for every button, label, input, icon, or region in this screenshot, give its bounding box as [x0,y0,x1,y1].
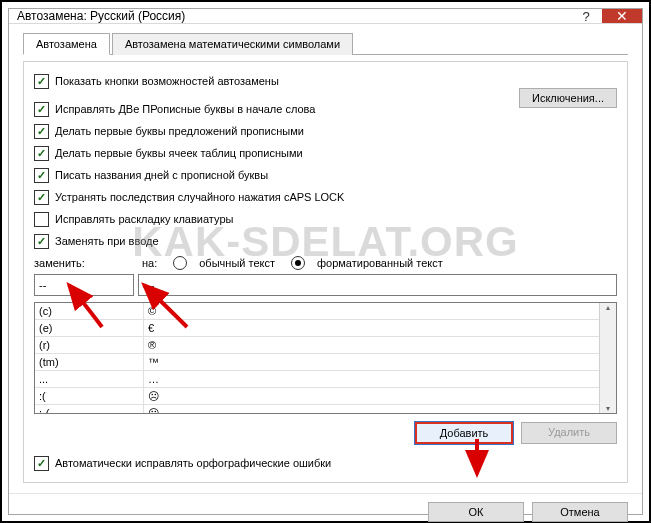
label-with: на: [142,257,157,269]
help-button[interactable]: ? [570,9,602,23]
tabs: Автозамена Автозамена математическими си… [23,32,628,55]
label-caps-lock: Устранять последствия случайного нажатия… [55,191,344,203]
cancel-button[interactable]: Отмена [532,502,628,522]
table-row[interactable]: :(☹ [35,388,599,405]
titlebar: Автозамена: Русский (Россия) ? ✕ [9,9,642,24]
window-title: Автозамена: Русский (Россия) [9,9,185,23]
label-two-caps: Исправлять ДВе ПРописные буквы в начале … [55,103,315,115]
checkbox-day-names[interactable] [34,168,49,183]
table-body[interactable]: (c)©(e)€(r)®(tm)™...…:(☹:-(☹ [35,303,599,413]
table-row[interactable]: :-(☹ [35,405,599,414]
label-first-sentence: Делать первые буквы предложений прописны… [55,125,304,137]
delete-button: Удалить [521,422,617,444]
table-row[interactable]: ...… [35,371,599,388]
label-replace-on-type: Заменять при вводе [55,235,159,247]
exceptions-button[interactable]: Исключения... [519,88,617,108]
replace-input[interactable] [34,274,134,296]
options-group: Показать кнопки возможностей автозамены … [23,61,628,483]
checkbox-replace-on-type[interactable] [34,234,49,249]
checkbox-auto-spellcheck[interactable] [34,456,49,471]
table-row[interactable]: (c)© [35,303,599,320]
checkbox-first-sentence[interactable] [34,124,49,139]
table-row[interactable]: (e)€ [35,320,599,337]
label-plain-text: обычный текст [199,257,275,269]
table-row[interactable]: (tm)™ [35,354,599,371]
ok-button[interactable]: ОК [428,502,524,522]
checkbox-show-buttons[interactable] [34,74,49,89]
label-day-names: Писать названия дней с прописной буквы [55,169,268,181]
radio-plain-text[interactable] [173,256,187,270]
tab-autocorrect[interactable]: Автозамена [23,33,110,55]
label-show-buttons: Показать кнопки возможностей автозамены [55,75,279,87]
label-first-cell: Делать первые буквы ячеек таблиц прописн… [55,147,303,159]
radio-formatted-text[interactable] [291,256,305,270]
add-button[interactable]: Добавить [415,422,513,444]
with-input[interactable] [138,274,617,296]
label-formatted-text: форматированный текст [317,257,443,269]
checkbox-keyboard-layout[interactable] [34,212,49,227]
table-row[interactable]: (r)® [35,337,599,354]
label-replace: заменить: [34,257,134,269]
tab-math-autocorrect[interactable]: Автозамена математическими символами [112,33,353,55]
checkbox-two-caps[interactable] [34,102,49,117]
replacements-table: (c)©(e)€(r)®(tm)™...…:(☹:-(☹ [34,302,617,414]
label-keyboard-layout: Исправлять раскладку клавиатуры [55,213,233,225]
scrollbar[interactable] [599,303,616,413]
checkbox-first-cell[interactable] [34,146,49,161]
checkbox-caps-lock[interactable] [34,190,49,205]
label-auto-spellcheck: Автоматически исправлять орфографические… [55,457,331,469]
close-button[interactable]: ✕ [602,9,642,23]
